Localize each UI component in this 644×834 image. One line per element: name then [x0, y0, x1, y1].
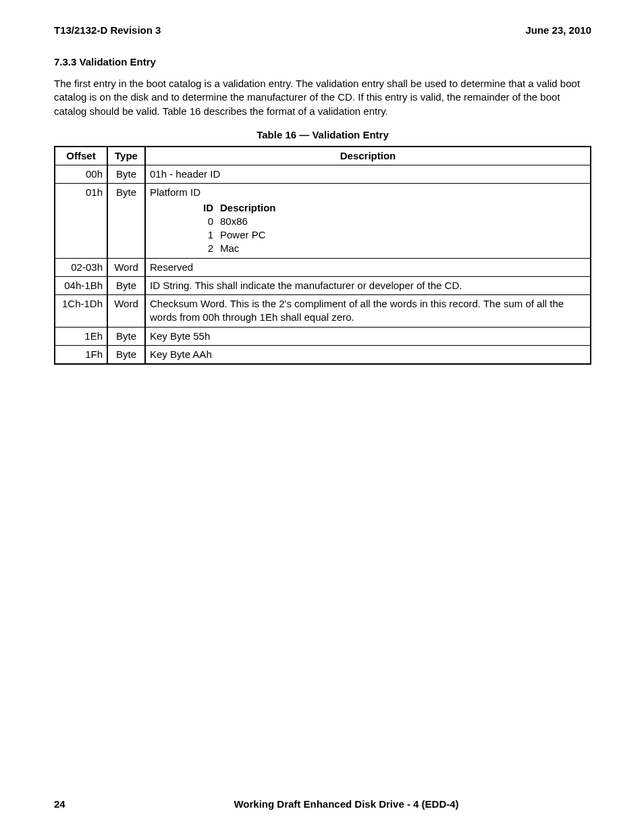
table-caption: Table 16 — Validation Entry: [54, 129, 591, 140]
table-row: 1Eh Byte Key Byte 55h: [55, 327, 591, 345]
page-header: T13/2132-D Revision 3 June 23, 2010: [54, 24, 591, 36]
section-heading: 7.3.3 Validation Entry: [54, 56, 591, 68]
cell-description: Key Byte 55h: [145, 327, 591, 345]
cell-type: Byte: [107, 327, 145, 345]
platform-id-subtable: ID Description 0 80x86 1 Power PC 2 Mac: [184, 201, 586, 256]
cell-offset: 01h: [55, 184, 107, 258]
subtable-row: 1 Power PC: [184, 228, 586, 242]
col-header-offset: Offset: [55, 147, 107, 165]
subtable-row: 2 Mac: [184, 242, 586, 255]
cell-type: Byte: [107, 276, 145, 294]
validation-entry-table: Offset Type Description 00h Byte 01h - h…: [54, 146, 591, 365]
sub-col-description: Description: [220, 201, 276, 215]
table-row: 1Fh Byte Key Byte AAh: [55, 345, 591, 364]
cell-description: Platform ID ID Description 0 80x86 1 Pow…: [145, 184, 591, 258]
doc-id: T13/2132-D Revision 3: [54, 24, 161, 36]
section-paragraph: The first entry in the boot catalog is a…: [54, 77, 591, 118]
sub-desc: Power PC: [220, 228, 266, 242]
sub-id: 1: [184, 228, 213, 242]
cell-offset: 00h: [55, 165, 107, 184]
cell-offset: 1Fh: [55, 345, 107, 364]
cell-description: Checksum Word. This is the 2's complimen…: [145, 295, 591, 328]
cell-type: Word: [107, 295, 145, 328]
col-header-description: Description: [145, 147, 591, 165]
table-header-row: Offset Type Description: [55, 147, 591, 165]
table-row: 1Ch-1Dh Word Checksum Word. This is the …: [55, 295, 591, 328]
table-row: 02-03h Word Reserved: [55, 258, 591, 276]
table-row: 00h Byte 01h - header ID: [55, 165, 591, 184]
table-row: 04h-1Bh Byte ID String. This shall indic…: [55, 276, 591, 294]
sub-id: 2: [184, 242, 213, 255]
sub-col-id: ID: [184, 201, 213, 215]
cell-offset: 04h-1Bh: [55, 276, 107, 294]
cell-type: Byte: [107, 345, 145, 364]
subtable-row: 0 80x86: [184, 215, 586, 228]
sub-desc: Mac: [220, 242, 239, 255]
cell-description-text: Platform ID: [150, 186, 200, 198]
cell-description: 01h - header ID: [145, 165, 591, 184]
cell-type: Byte: [107, 184, 145, 258]
cell-offset: 02-03h: [55, 258, 107, 276]
cell-description: Reserved: [145, 258, 591, 276]
cell-description: Key Byte AAh: [145, 345, 591, 364]
page-number: 24: [54, 798, 101, 810]
cell-offset: 1Ch-1Dh: [55, 295, 107, 328]
cell-description: ID String. This shall indicate the manuf…: [145, 276, 591, 294]
cell-type: Word: [107, 258, 145, 276]
col-header-type: Type: [107, 147, 145, 165]
sub-desc: 80x86: [220, 215, 248, 228]
sub-id: 0: [184, 215, 213, 228]
page-footer: 24 Working Draft Enhanced Disk Drive - 4…: [54, 798, 591, 810]
footer-title: Working Draft Enhanced Disk Drive - 4 (E…: [101, 798, 591, 810]
doc-date: June 23, 2010: [525, 24, 591, 36]
subtable-header-row: ID Description: [184, 201, 586, 215]
cell-type: Byte: [107, 165, 145, 184]
cell-offset: 1Eh: [55, 327, 107, 345]
table-row: 01h Byte Platform ID ID Description 0 80…: [55, 184, 591, 258]
